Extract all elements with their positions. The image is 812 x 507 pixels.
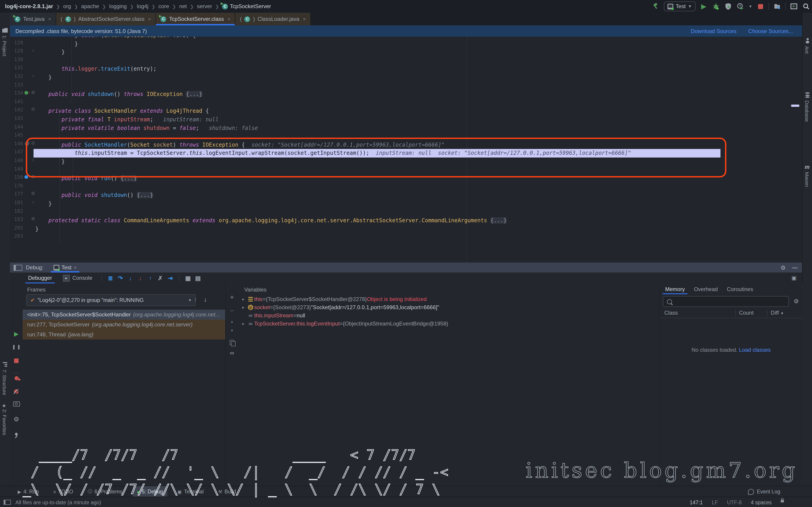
breadcrumb-item[interactable]: org — [63, 3, 71, 9]
close-icon[interactable]: × — [73, 265, 77, 270]
pause-icon[interactable] — [10, 344, 23, 351]
debug-session-tab[interactable]: Test × — [50, 263, 80, 273]
frame-row[interactable]: run:277, TcpSocketServer(org.apache.logg… — [23, 320, 225, 330]
debug-button[interactable] — [712, 2, 720, 10]
move-up-icon[interactable]: ▲ — [226, 320, 238, 324]
hide-icon[interactable]: — — [792, 264, 798, 271]
project-structure-icon[interactable] — [773, 2, 781, 10]
step-over-icon[interactable]: ↷ — [115, 274, 125, 282]
maven-icon[interactable]: m — [805, 164, 810, 170]
layout-icon[interactable] — [4, 500, 11, 505]
fold-marker-icon[interactable]: ⊞ — [30, 90, 36, 95]
breadcrumb-item[interactable]: log4j — [137, 3, 148, 9]
variable-row[interactable]: ▸psocket = {Socket@2273} "Socket[addr=/1… — [240, 303, 661, 312]
breadcrumb-item[interactable]: log4j-core-2.8.1.jar — [5, 3, 53, 9]
memory-gear-icon[interactable]: ⚙ — [794, 298, 799, 305]
download-sources-link[interactable]: Download Sources — [691, 28, 736, 34]
column-diff[interactable]: Diff ▼ — [771, 309, 784, 316]
run-anything-icon[interactable] — [790, 2, 798, 10]
toolwindow-button-terminal[interactable]: ▣Terminal — [173, 486, 208, 497]
breadcrumb-item[interactable]: server — [197, 3, 212, 9]
layout-settings-icon[interactable]: ▤ — [193, 274, 203, 282]
toolwindow-button-todo[interactable]: ≡TODO — [49, 486, 77, 497]
sidebar-item-maven[interactable]: Maven — [804, 172, 810, 187]
fold-marker-icon[interactable]: ⌂ — [30, 48, 36, 53]
mute-breakpoints-icon[interactable] — [10, 388, 23, 395]
memory-search[interactable] — [663, 296, 789, 307]
drop-frame-icon[interactable]: ✗ — [155, 274, 165, 282]
expander-icon[interactable]: ▸ — [240, 322, 247, 326]
breadcrumb-item[interactable]: apache — [81, 3, 99, 9]
ant-icon[interactable] — [806, 38, 809, 44]
fold-marker-icon[interactable]: ⊞ — [30, 191, 36, 196]
favorites-star-icon[interactable]: ★ — [2, 403, 6, 409]
readonly-lock-icon[interactable] — [781, 500, 784, 502]
variable-row[interactable]: ▸∞TcpSocketServer.this.logEventInput = {… — [240, 320, 661, 328]
editor-tab[interactable]: CTcpSocketServer.class× — [156, 13, 236, 25]
breadcrumb-item[interactable]: net — [179, 3, 187, 9]
thread-dump-camera-icon[interactable] — [10, 401, 23, 408]
frame-down-icon[interactable]: ↓ — [204, 296, 207, 303]
toolwindow-button-5-debug[interactable]: ●5: Debug — [133, 486, 167, 497]
thread-selector[interactable]: ✔ "Log4j2-0"@2,270 in group "main": RUNN… — [26, 294, 196, 306]
event-log-button[interactable]: Event Log — [748, 489, 780, 495]
stop-button[interactable] — [756, 2, 764, 10]
coverage-button[interactable] — [724, 2, 732, 10]
sidebar-item-database[interactable]: Database — [804, 101, 810, 122]
pin-icon[interactable] — [10, 430, 23, 437]
expander-icon[interactable]: ▸ — [240, 297, 247, 301]
memory-tab-coroutines[interactable]: Coroutines — [722, 284, 758, 294]
memory-table-header[interactable]: Class Count Diff ▼ — [660, 309, 803, 318]
file-encoding[interactable]: UTF-8 — [727, 500, 742, 505]
sidebar-item-favorites[interactable]: 2: Favorites — [2, 409, 7, 435]
search-everywhere-icon[interactable] — [802, 2, 810, 10]
fold-marker-icon[interactable]: ⌂ — [30, 200, 36, 204]
sidebar-item-ant[interactable]: Ant — [804, 46, 810, 54]
column-class[interactable]: Class — [664, 309, 678, 316]
indent-style[interactable]: 4 spaces — [751, 500, 772, 505]
override-gutter-icon[interactable]: ↑ — [24, 90, 30, 95]
breadcrumb-item[interactable]: CTcpSocketServer — [222, 3, 271, 9]
error-stripe-current-line-mark[interactable] — [791, 105, 799, 107]
evaluate-expression-icon[interactable]: ▦ — [183, 274, 193, 282]
view-breakpoints-icon[interactable] — [10, 375, 23, 382]
tab-console[interactable]: ▸Console — [57, 273, 98, 283]
tab-debugger[interactable]: Debugger — [23, 273, 57, 283]
frame-row[interactable]: <init>:75, TcpSocketServer$SocketHandler… — [23, 309, 225, 320]
settings-gear-icon[interactable]: ⚙ — [10, 415, 23, 423]
step-out-icon[interactable]: ↑ — [145, 274, 155, 282]
show-watches-icon[interactable]: ∞ — [226, 349, 238, 356]
editor-tab[interactable]: CTest.java× — [10, 13, 56, 25]
fold-marker-icon[interactable]: ⌂ — [30, 73, 36, 78]
memory-search-input[interactable] — [675, 298, 781, 305]
toolwindow-button-build[interactable]: ⚒Build — [214, 486, 240, 497]
editor-tab[interactable]: (C)ClassLoader.java× — [236, 13, 311, 25]
expander-icon[interactable]: ▸ — [240, 305, 247, 309]
variable-row[interactable]: ▸this = {TcpSocketServer$SocketHandler@2… — [240, 295, 661, 303]
gear-icon[interactable]: ⚙ — [780, 264, 786, 271]
structure-icon[interactable] — [3, 362, 7, 367]
fold-marker-icon[interactable]: ⊞ — [30, 216, 36, 221]
move-down-icon[interactable]: ▼ — [226, 329, 238, 333]
choose-sources-link[interactable]: Choose Sources... — [748, 28, 793, 34]
run-button[interactable]: ▶ — [700, 2, 708, 10]
code-editor[interactable]: 127 } catch (InterruptedException var3) … — [10, 37, 802, 263]
close-icon[interactable]: × — [227, 16, 231, 22]
add-watch-icon[interactable]: + — [226, 293, 238, 300]
profiler-button[interactable] — [736, 2, 745, 10]
remove-watch-icon[interactable]: − — [226, 307, 238, 314]
profiler-chevron-icon[interactable]: ▼ — [749, 4, 752, 8]
memory-tab-memory[interactable]: Memory — [661, 284, 690, 294]
sidebar-item-structure[interactable]: 7: Structure — [2, 370, 7, 395]
frame-row[interactable]: run:748, Thread(java.lang) — [23, 330, 225, 340]
toolwindow-button-6-problems[interactable]: ⓘ6: Problems — [84, 486, 126, 497]
duplicate-icon[interactable] — [226, 339, 238, 347]
memory-tab-overhead[interactable]: Overhead — [690, 284, 722, 294]
fold-marker-icon[interactable]: ⊟ — [30, 107, 36, 112]
stop-icon[interactable] — [10, 357, 23, 364]
project-folder-icon[interactable] — [2, 28, 8, 33]
show-execution-point-icon[interactable]: ≣ — [106, 274, 115, 282]
run-to-cursor-icon[interactable]: ⇥ — [165, 274, 175, 282]
breadcrumb-item[interactable]: logging — [109, 3, 126, 9]
caret-position[interactable]: 147:1 — [690, 500, 703, 505]
